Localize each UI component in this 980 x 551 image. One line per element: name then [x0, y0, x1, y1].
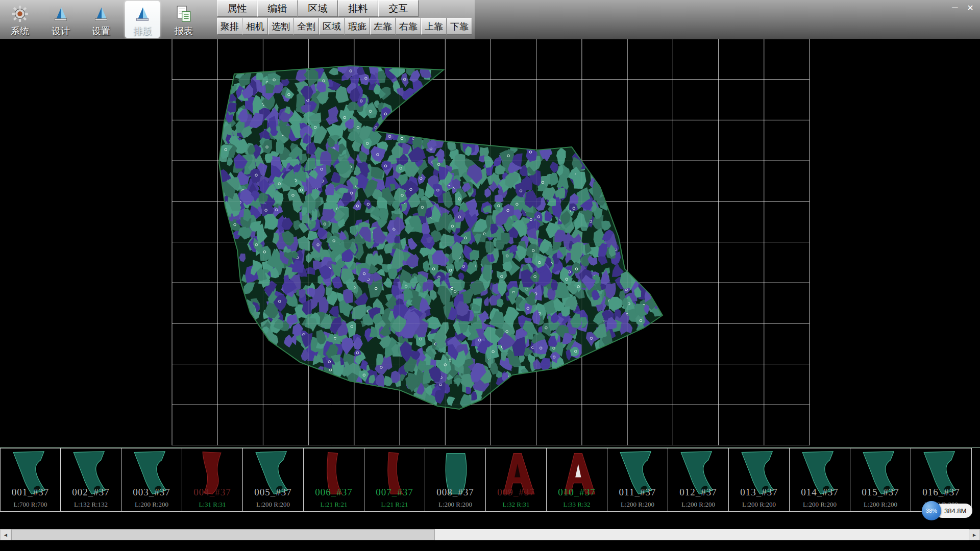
- piece-lr: L:21 R:21: [364, 500, 425, 509]
- piece-lr: L:33 R:32: [547, 500, 607, 509]
- menu-tab-2[interactable]: 区域: [298, 0, 338, 17]
- window-controls: ─ ✕: [947, 0, 978, 15]
- piece-id: 016_#37: [911, 487, 971, 498]
- menu-tab-4[interactable]: 交互: [378, 0, 419, 17]
- piece-lr: L:21 R:21: [304, 500, 364, 509]
- design-button[interactable]: 设计: [43, 1, 78, 38]
- thumbnail-strip: 001_#37L:700 R:700002_#37L:132 R:132003_…: [0, 447, 980, 512]
- scroll-right-arrow[interactable]: ►: [969, 529, 980, 540]
- piece-id: 010_#37: [547, 487, 607, 498]
- piece-thumbnail[interactable]: 006_#37L:21 R:21: [304, 448, 364, 512]
- piece-lr: L:200 R:200: [668, 500, 728, 509]
- application-window: 系统 设计 设置: [0, 0, 980, 551]
- status-badge: 38% 384.8M: [922, 501, 972, 520]
- system-button[interactable]: 系统: [3, 1, 37, 38]
- menu-tab-0[interactable]: 属性: [217, 0, 257, 17]
- layout-button-label: 排版: [133, 26, 152, 36]
- progress-circle: 38%: [922, 501, 941, 520]
- titlebar: 系统 设计 设置: [0, 0, 980, 39]
- tool-button-3[interactable]: 全割: [293, 18, 319, 35]
- settings-button-label: 设置: [92, 26, 110, 36]
- piece-id: 013_#37: [729, 487, 789, 498]
- piece-id: 001_#37: [1, 487, 60, 498]
- design-icon: [52, 1, 69, 26]
- titlebar-dark-area: [475, 0, 980, 39]
- tool-button-8[interactable]: 上靠: [421, 18, 447, 35]
- piece-thumbnail[interactable]: 010_#37L:33 R:32: [547, 448, 607, 512]
- tool-button-5[interactable]: 瑕疵: [345, 18, 370, 35]
- gear-icon: [11, 1, 29, 26]
- piece-id: 009_#37: [486, 487, 546, 498]
- nesting-canvas[interactable]: [0, 39, 980, 445]
- piece-thumbnail[interactable]: 012_#37L:200 R:200: [668, 448, 729, 512]
- settings-button[interactable]: 设置: [84, 1, 118, 38]
- piece-id: 003_#37: [121, 487, 182, 498]
- settings-icon: [92, 1, 110, 26]
- piece-lr: L:700 R:700: [1, 500, 60, 509]
- piece-id: 004_#37: [182, 487, 242, 498]
- piece-lr: L:200 R:200: [121, 500, 182, 509]
- piece-thumbnail[interactable]: 002_#37L:132 R:132: [61, 448, 121, 512]
- menu-tab-1[interactable]: 编辑: [257, 0, 298, 17]
- piece-thumbnail[interactable]: 011_#37L:200 R:200: [607, 448, 668, 512]
- piece-id: 007_#37: [364, 487, 425, 498]
- design-button-label: 设计: [52, 26, 70, 36]
- piece-id: 012_#37: [668, 487, 728, 498]
- close-button[interactable]: ✕: [963, 1, 978, 15]
- piece-id: 006_#37: [304, 487, 364, 498]
- piece-id: 002_#37: [61, 487, 121, 498]
- piece-lr: L:200 R:200: [425, 500, 485, 509]
- piece-thumbnail[interactable]: 009_#37L:32 R:31: [486, 448, 547, 512]
- piece-id: 005_#37: [243, 487, 303, 498]
- horizontal-scrollbar[interactable]: ◄ ►: [0, 529, 980, 540]
- tool-button-1[interactable]: 相机: [242, 18, 268, 35]
- piece-lr: L:200 R:200: [850, 500, 911, 509]
- tool-button-4[interactable]: 区域: [319, 18, 345, 35]
- piece-thumbnail[interactable]: 008_#37L:200 R:200: [425, 448, 486, 512]
- report-icon: [176, 1, 192, 26]
- piece-thumbnail[interactable]: 007_#37L:21 R:21: [364, 448, 425, 512]
- piece-id: 008_#37: [425, 487, 485, 498]
- scroll-left-arrow[interactable]: ◄: [0, 529, 11, 540]
- piece-lr: L:200 R:200: [729, 500, 789, 509]
- piece-lr: L:32 R:31: [486, 500, 546, 509]
- tool-buttons-row: 聚排相机选割全割区域瑕疵左靠右靠上靠下靠: [217, 18, 472, 35]
- layout-button-active[interactable]: 排版: [125, 1, 160, 38]
- piece-thumbnail[interactable]: 001_#37L:700 R:700: [0, 448, 61, 512]
- report-button[interactable]: 报表: [166, 1, 201, 38]
- tool-button-7[interactable]: 右靠: [396, 18, 421, 35]
- layout-icon: [134, 1, 151, 26]
- tool-button-9[interactable]: 下靠: [447, 18, 472, 35]
- report-button-label: 报表: [175, 26, 193, 36]
- piece-thumbnail[interactable]: 003_#37L:200 R:200: [121, 448, 182, 512]
- tool-button-6[interactable]: 左靠: [370, 18, 396, 35]
- tool-button-2[interactable]: 选割: [268, 18, 293, 35]
- minimize-button[interactable]: ─: [947, 1, 963, 15]
- piece-lr: L:31 R:31: [182, 500, 242, 509]
- piece-id: 011_#37: [607, 487, 668, 498]
- piece-thumbnail[interactable]: 014_#37L:200 R:200: [790, 448, 850, 512]
- piece-thumbnail[interactable]: 015_#37L:200 R:200: [850, 448, 911, 512]
- piece-lr: L:132 R:132: [61, 500, 121, 509]
- piece-thumbnail[interactable]: 005_#37L:200 R:200: [243, 448, 304, 512]
- piece-thumbnail[interactable]: 013_#37L:200 R:200: [729, 448, 790, 512]
- piece-lr: L:200 R:200: [607, 500, 668, 509]
- scrollbar-track[interactable]: [11, 529, 969, 540]
- piece-id: 014_#37: [790, 487, 850, 498]
- system-button-label: 系统: [11, 26, 29, 36]
- tool-button-0[interactable]: 聚排: [217, 18, 242, 35]
- piece-lr: L:200 R:200: [243, 500, 303, 509]
- piece-lr: L:200 R:200: [790, 500, 850, 509]
- piece-thumbnail[interactable]: 004_#37L:31 R:31: [182, 448, 243, 512]
- piece-id: 015_#37: [850, 487, 911, 498]
- scrollbar-thumb[interactable]: [11, 529, 435, 540]
- menu-tab-3[interactable]: 排料: [338, 0, 378, 17]
- menu-tabs: 属性编辑区域排料交互: [217, 0, 419, 17]
